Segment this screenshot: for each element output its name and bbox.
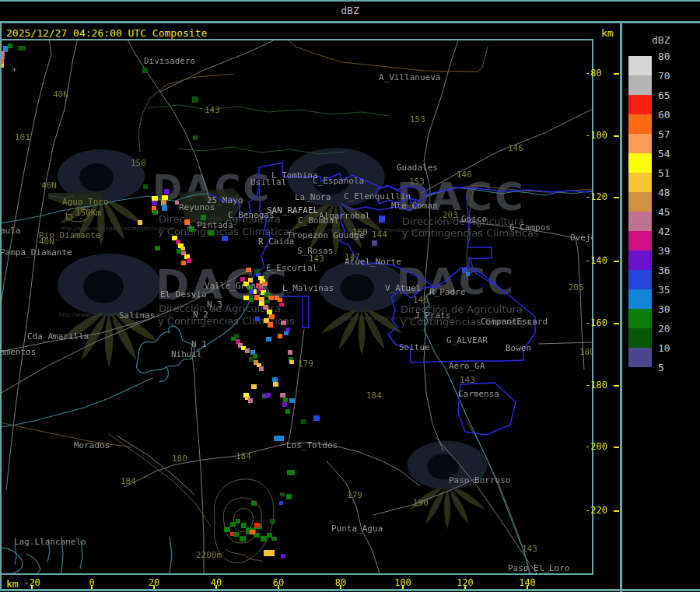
echo-pixel [265,300,270,303]
road-label: 143 [460,375,475,385]
road-label: 143 [205,105,220,115]
echo-pixel [281,554,285,559]
echo-pixel [152,196,158,201]
right-axis-tick [614,73,619,75]
echo-pixel [152,210,158,215]
road-label: 146 [413,295,429,305]
echo-pixel [278,334,282,338]
echo-pixel [289,360,294,364]
echo-pixel [201,215,206,220]
place-label: Morados [74,440,110,450]
colorbar-block [628,250,652,270]
echo-pixel [279,303,284,307]
place-label: L_Malvinas [282,283,334,293]
echo-pixel [8,44,12,48]
echo-pixel [254,295,260,300]
right-axis-tick [614,385,619,387]
road-label: 150 [131,158,146,168]
right-axis-label: -160 [585,317,607,328]
echo-pixel [222,236,228,241]
echo-pixel [266,393,271,398]
echo-pixel [280,393,285,398]
place-label: La_Nora [295,192,331,202]
bottom-axis-tick [278,585,279,589]
echo-pixel [249,298,254,302]
echo-pixel [152,201,157,205]
echo-pixel [251,501,257,506]
echo-pixel [269,314,275,319]
place-label: aula [0,226,21,236]
echo-pixel [283,398,288,402]
road-label: 2200m [196,550,222,560]
right-axis-label: -180 [585,380,607,391]
echo-pixel [288,350,292,355]
place-label: G_ALVEAR [446,335,488,345]
colorbar-level-label: 54 [658,148,670,159]
colorbar-level-label: 35 [658,284,670,296]
bottom-axis-tick [215,585,217,589]
echo-pixel [274,436,284,441]
colorbar-block [628,231,652,250]
echo-pixel [240,536,246,541]
place-label: G_Campos [509,222,551,233]
right-axis-label: -220 [585,505,607,516]
echo-pixel [285,409,290,414]
echo-pixel [18,46,26,51]
echo-pixel [231,337,236,341]
place-label: C_Bombal [298,215,339,226]
place-label: Divisadero [144,56,195,66]
echo-pixel [466,272,470,276]
place-label: SAN_RAFAEL [267,205,319,215]
echo-pixel [193,135,198,140]
place-label: Guadales [397,163,438,173]
echo-pixel [267,533,272,538]
place-label: Punta_Agua [331,524,383,534]
colorbar-block [628,309,652,328]
road-label: 150Km [75,208,101,218]
place-label: Goico [461,214,487,224]
right-axis-tick [614,323,619,324]
echo-pixel [230,522,236,527]
radar-app-window: dBZ 2025/12/27 04:26:00 UTC Composite km… [0,0,700,592]
place-label: Pampa_Diamante [0,247,72,257]
echo-pixel [284,331,289,335]
right-axis-tick [614,447,619,448]
place-label: A_Villanueva [379,72,440,82]
echo-pixel [224,527,230,532]
place-label: * [12,66,17,76]
echo-pixel [273,382,278,387]
echo-pixel [268,322,273,328]
road-label: 40N [53,89,68,100]
bottom-axis-tick [402,585,404,589]
place-label: S_Rosas [297,246,333,256]
colorbar-level-label: 60 [658,109,670,121]
echo-pixel [251,384,257,389]
place-label: V_Atuel [385,283,421,293]
place-label: C_Española [313,176,364,186]
colorbar-block [628,173,652,192]
colorbar-level-label: 51 [658,167,670,179]
colorbar-block [628,328,652,348]
place-label: R_Caida [258,236,294,247]
place-label: CompantEscard [481,317,548,327]
place-label: J_Prats [415,310,450,321]
echo-pixel [289,398,295,403]
echo-pixel [246,268,251,272]
echo-pixel [281,321,286,325]
right-axis-tick [614,261,619,262]
road-label: 101 [15,132,30,142]
right-axis-label: -200 [585,441,607,452]
echo-pixel [462,268,467,273]
echo-pixel [264,550,275,556]
colorbar-level-label: 80 [658,51,670,62]
echo-pixel [155,246,160,250]
echo-pixel [230,532,234,536]
road-label: 184 [236,451,251,461]
place-label: Bowen [506,343,531,353]
colorbar-block [628,56,652,75]
echo-pixel [282,402,287,407]
colorbar-level-label: 39 [658,245,670,257]
road-label: Agua_Toro [62,197,109,207]
echo-pixel [259,366,264,371]
place-label: N_3 [207,300,222,310]
